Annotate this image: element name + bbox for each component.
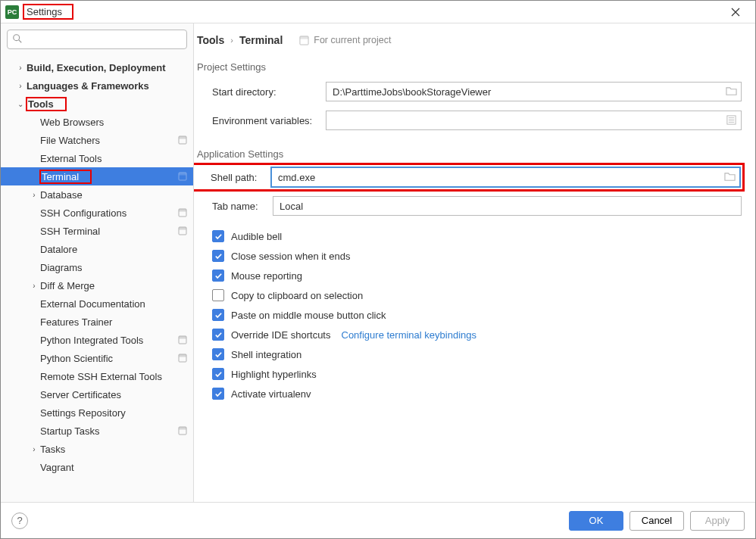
tree-item-file-watchers[interactable]: File Watchers [1,131,193,149]
check-icon [214,370,223,379]
tree-item-tasks[interactable]: ›Tasks [1,440,193,458]
checkbox[interactable] [212,309,224,321]
tree-item-tools[interactable]: ⌄Tools [1,95,193,113]
titlebar: PC Settings [1,1,755,23]
tree-item-database[interactable]: ›Database [1,185,193,204]
checkbox-label: Override IDE shortcuts [231,329,331,341]
checkbox-row: Highlight hyperlinks [194,364,742,384]
settings-tree[interactable]: ›Build, Execution, Deployment›Languages … [1,55,193,502]
tree-item-label: Web Browsers [40,117,187,128]
tab-name-label: Tab name: [212,201,273,212]
tree-item-label: Python Integrated Tools [40,335,178,346]
breadcrumb-root: Tools [197,34,224,46]
tree-item-languages-frameworks[interactable]: ›Languages & Frameworks [1,76,193,95]
tree-item-vagrant[interactable]: Vagrant [1,458,193,476]
checkbox[interactable] [212,388,224,400]
tree-item-label: Startup Tasks [40,425,178,437]
svg-rect-3 [179,136,186,139]
tree-item-datalore[interactable]: Datalore [1,240,193,258]
cancel-button[interactable]: Cancel [629,511,684,531]
tree-item-remote-ssh-external-tools[interactable]: Remote SSH External Tools [1,367,193,385]
configure-keybindings-link[interactable]: Configure terminal keybindings [342,329,476,341]
tree-item-label: Diff & Merge [40,280,187,291]
svg-rect-11 [179,336,186,339]
svg-point-0 [14,35,20,41]
search-input[interactable] [7,30,187,49]
search-icon [12,33,23,44]
tab-name-input[interactable] [273,196,742,216]
list-icon[interactable] [726,114,737,126]
svg-line-1 [19,40,22,43]
tree-item-external-documentation[interactable]: External Documentation [1,294,193,313]
scope-badge-icon [178,136,187,145]
svg-rect-17 [300,36,308,39]
tree-item-label: Features Trainer [40,316,187,328]
tree-item-label: SSH Terminal [40,226,178,237]
tree-item-ssh-configurations[interactable]: SSH Configurations [1,204,193,222]
tree-item-label: Server Certificates [40,389,187,400]
tree-item-ssh-terminal[interactable]: SSH Terminal [1,222,193,240]
scope-badge-icon [178,172,187,181]
shell-path-input[interactable] [271,167,740,187]
shell-path-highlight: Shell path: [194,166,742,188]
breadcrumb: Tools › Terminal For current project [194,23,742,55]
env-vars-input[interactable] [326,111,742,130]
tree-item-label: Remote SSH External Tools [40,371,187,382]
breadcrumb-leaf: Terminal [239,34,283,46]
ok-button[interactable]: OK [569,511,623,531]
checkbox-label: Close session when it ends [231,251,351,262]
tree-item-server-certificates[interactable]: Server Certificates [1,385,193,403]
tree-item-label: File Watchers [40,135,178,146]
tree-item-label: External Documentation [40,298,187,310]
checkbox[interactable] [212,289,224,301]
checkbox-row: Close session when it ends [194,246,742,266]
checkbox-label: Mouse reporting [231,270,302,282]
tree-item-python-integrated-tools[interactable]: Python Integrated Tools [1,331,193,349]
project-scope-icon [299,36,309,45]
tree-item-diagrams[interactable]: Diagrams [1,258,193,276]
tree-item-python-scientific[interactable]: Python Scientific [1,349,193,367]
checkbox-row: Activate virtualenv [194,384,742,403]
checkbox[interactable] [212,270,224,282]
chevron-icon: › [16,82,25,90]
tree-item-web-browsers[interactable]: Web Browsers [1,113,193,131]
close-button[interactable] [720,2,751,23]
scope-badge-icon [178,335,187,344]
tree-item-features-trainer[interactable]: Features Trainer [1,313,193,331]
tree-item-label: Datalore [40,244,187,255]
chevron-icon: ⌄ [16,100,25,108]
tree-item-terminal[interactable]: Terminal [1,167,193,185]
checkbox-label: Shell integration [231,349,301,360]
tree-item-label: Settings Repository [40,407,187,419]
env-vars-label: Environment variables: [212,115,326,126]
checkbox[interactable] [212,348,224,360]
tree-item-settings-repository[interactable]: Settings Repository [1,403,193,422]
tree-item-diff-merge[interactable]: ›Diff & Merge [1,276,193,294]
checkbox[interactable] [212,230,224,242]
apply-button[interactable]: Apply [690,511,745,531]
checkbox[interactable] [212,329,224,341]
start-directory-input[interactable] [326,82,742,101]
chevron-icon: › [30,445,39,453]
svg-rect-5 [179,173,186,176]
checkbox-label: Audible bell [231,231,282,242]
start-directory-label: Start directory: [212,86,326,98]
checkbox[interactable] [212,368,224,380]
tree-item-external-tools[interactable]: External Tools [1,149,193,167]
close-icon [731,8,740,17]
checkbox-label: Activate virtualenv [231,388,311,400]
checkbox-row: Shell integration [194,344,742,364]
folder-icon[interactable] [724,171,736,182]
chevron-icon: › [30,191,39,199]
settings-dialog: PC Settings ›Build, Execution, Deploymen… [0,0,756,539]
help-button[interactable]: ? [11,513,28,529]
tree-item-startup-tasks[interactable]: Startup Tasks [1,422,193,440]
section-application-settings: Application Settings [197,148,742,160]
tree-item-build-execution-deployment[interactable]: ›Build, Execution, Deployment [1,58,193,76]
folder-icon[interactable] [726,86,737,97]
checkbox-row: Paste on middle mouse button click [194,305,742,325]
checkbox-label: Copy to clipboard on selection [231,290,363,301]
scope-label: For current project [314,35,391,45]
check-icon [214,390,223,398]
checkbox[interactable] [212,250,224,262]
